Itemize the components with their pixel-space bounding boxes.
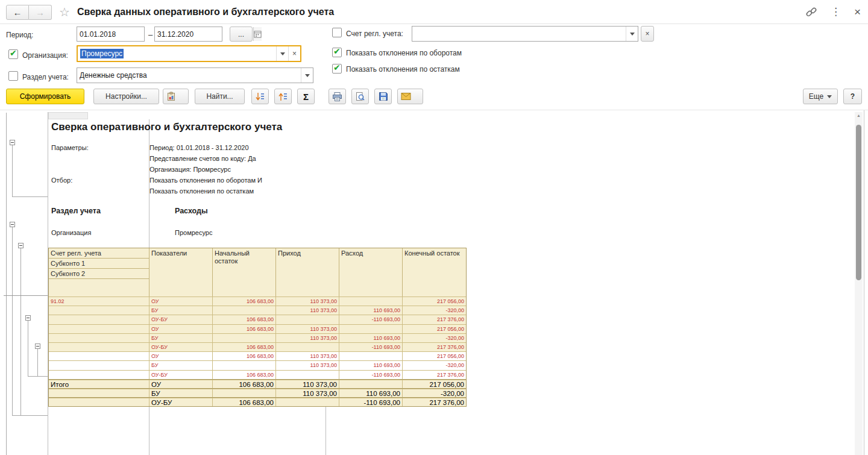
organization-checkbox[interactable]: ✔ [8, 49, 18, 59]
show-balance-checkbox[interactable]: ✔ [332, 64, 342, 74]
table-cell[interactable] [276, 398, 339, 406]
table-cell[interactable]: 217 376,00 [403, 315, 466, 324]
table-cell[interactable]: БУ [149, 360, 213, 369]
table-cell[interactable]: ОУ [149, 297, 213, 306]
favorite-star-icon[interactable]: ☆ [59, 5, 70, 19]
table-cell[interactable]: 217 376,00 [403, 398, 466, 406]
table-cell[interactable]: 106 683,00 [213, 315, 276, 324]
table-cell[interactable] [49, 389, 149, 397]
table-row[interactable]: ОУ-БУ106 683,00-110 693,00217 376,00 [49, 315, 466, 324]
table-row[interactable]: БУ110 373,00110 693,00-320,00 [49, 306, 466, 315]
table-cell[interactable]: БУ [149, 333, 213, 342]
table-row[interactable]: ИтогоОУ106 683,00110 373,00217 056,00 [49, 379, 466, 388]
table-cell[interactable]: 106 683,00 [213, 351, 276, 360]
table-row[interactable]: БУ110 373,00110 693,00-320,00 [49, 388, 466, 397]
table-cell[interactable] [339, 297, 403, 306]
settings-button[interactable]: Настройки... [93, 89, 159, 104]
table-cell[interactable]: 110 373,00 [276, 324, 339, 333]
table-row[interactable]: 91.02ОУ106 683,00110 373,00217 056,00 [49, 297, 466, 306]
collapse-toggle-5[interactable] [35, 344, 40, 349]
table-row[interactable]: ОУ-БУ106 683,00-110 693,00217 376,00 [49, 397, 466, 406]
table-cell[interactable] [49, 306, 149, 315]
table-cell[interactable] [276, 370, 339, 379]
table-cell[interactable]: ОУ [149, 324, 213, 333]
more-button[interactable]: Еще [803, 89, 838, 104]
table-cell[interactable]: 110 693,00 [339, 389, 403, 397]
table-row[interactable]: ОУ106 683,00110 373,00217 056,00 [49, 351, 466, 360]
table-cell[interactable]: 110 693,00 [339, 360, 403, 369]
table-cell[interactable]: БУ [149, 389, 213, 397]
table-cell[interactable] [49, 342, 149, 351]
table-cell[interactable]: Итого [49, 380, 149, 388]
collapse-toggle-3[interactable] [18, 243, 24, 248]
header-cell[interactable]: Субконто 2 [49, 269, 149, 279]
table-cell[interactable]: ОУ-БУ [149, 398, 213, 406]
table-cell[interactable]: 217 376,00 [403, 370, 466, 379]
table-row[interactable]: БУ110 373,00110 693,00-320,00 [49, 333, 466, 342]
table-cell[interactable]: 110 373,00 [276, 306, 339, 315]
table-cell[interactable] [339, 380, 403, 388]
scroll-up-icon[interactable]: ▲ [855, 113, 863, 118]
table-cell[interactable]: 217 056,00 [403, 324, 466, 333]
table-cell[interactable]: -110 693,00 [339, 370, 403, 379]
table-cell[interactable]: ОУ [149, 380, 213, 388]
table-cell[interactable]: 106 683,00 [213, 398, 276, 406]
account-input[interactable] [412, 27, 626, 41]
calendar-icon[interactable] [253, 27, 262, 41]
table-cell[interactable]: 110 693,00 [339, 306, 403, 315]
table-row[interactable]: ОУ-БУ106 683,00-110 693,00217 376,00 [49, 342, 466, 351]
table-row[interactable]: ОУ106 683,00110 373,00217 056,00 [49, 324, 466, 333]
organization-clear-button[interactable]: × [288, 46, 300, 61]
preview-button[interactable] [351, 89, 369, 104]
forward-button[interactable]: → [29, 5, 52, 20]
table-cell[interactable]: 110 693,00 [339, 333, 403, 342]
table-cell[interactable]: -320,00 [403, 306, 466, 315]
table-cell[interactable]: 106 683,00 [213, 342, 276, 351]
table-cell[interactable]: 217 056,00 [403, 297, 466, 306]
table-cell[interactable] [49, 360, 149, 369]
table-cell[interactable] [276, 342, 339, 351]
table-cell[interactable]: 106 683,00 [213, 324, 276, 333]
organization-input[interactable]: Промресурс [78, 46, 276, 61]
table-cell[interactable] [276, 315, 339, 324]
table-cell[interactable]: 106 683,00 [213, 297, 276, 306]
report-variants-button[interactable] [163, 89, 189, 104]
table-cell[interactable]: -110 693,00 [339, 315, 403, 324]
table-cell[interactable]: БУ [149, 306, 213, 315]
account-checkbox[interactable]: ✔ [332, 28, 342, 37]
header-cell[interactable]: Счет регл. учета [49, 248, 149, 259]
table-cell[interactable]: 110 373,00 [276, 351, 339, 360]
send-mail-button[interactable] [397, 89, 423, 104]
menu-dots-icon[interactable]: ⋮ [831, 5, 841, 19]
help-button[interactable]: ? [843, 89, 862, 104]
generate-button[interactable]: Сформировать [6, 89, 84, 104]
scrollbar-thumb[interactable] [856, 125, 861, 280]
table-cell[interactable]: 91.02 [49, 297, 149, 306]
period-more-button[interactable]: ... [230, 27, 253, 42]
section-checkbox[interactable]: ✔ [8, 71, 18, 81]
table-cell[interactable]: -110 693,00 [339, 342, 403, 351]
table-row[interactable]: БУ110 373,00110 693,00-320,00 [49, 360, 466, 369]
header-cell[interactable]: Субконто 1 [49, 259, 149, 269]
table-cell[interactable]: 110 373,00 [276, 360, 339, 369]
table-cell[interactable] [49, 351, 149, 360]
collapse-toggle-1[interactable] [10, 140, 15, 145]
header-cell[interactable]: Приход [276, 248, 339, 297]
chevron-down-icon[interactable] [301, 68, 313, 83]
table-cell[interactable]: -320,00 [403, 360, 466, 369]
table-cell[interactable]: 110 373,00 [276, 333, 339, 342]
table-cell[interactable] [339, 324, 403, 333]
collapse-groups-button[interactable] [251, 89, 269, 104]
table-cell[interactable] [213, 306, 276, 315]
table-cell[interactable] [213, 389, 276, 397]
table-cell[interactable]: 106 683,00 [213, 370, 276, 379]
sum-button[interactable]: Σ [297, 89, 315, 104]
table-cell[interactable] [339, 351, 403, 360]
account-clear-button[interactable]: × [641, 26, 654, 42]
table-cell[interactable]: -110 693,00 [339, 398, 403, 406]
find-button[interactable]: Найти... [195, 89, 245, 104]
header-cell[interactable]: Показатели [149, 248, 213, 297]
table-cell[interactable] [213, 333, 276, 342]
chevron-down-icon[interactable] [276, 46, 288, 61]
header-cell[interactable]: Начальный остаток [213, 248, 276, 297]
